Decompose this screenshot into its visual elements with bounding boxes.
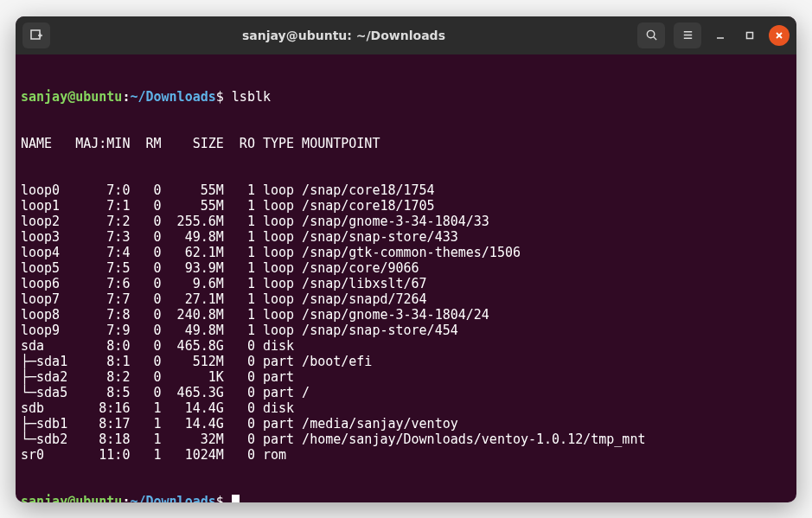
table-row: └─sda5 8:5 0 465.3G 0 part /: [21, 385, 791, 400]
prompt-sigil: $: [216, 89, 224, 105]
prompt-line-1: sanjay@ubuntu:~/Downloads$ lsblk: [21, 89, 791, 105]
svg-rect-0: [31, 30, 40, 39]
lsblk-header: NAME MAJ:MIN RM SIZE RO TYPE MOUNTPOINT: [21, 136, 791, 151]
table-row: sr0 11:0 1 1024M 0 rom: [21, 447, 791, 463]
table-row: loop1 7:1 0 55M 1 loop /snap/core18/1705: [21, 198, 791, 214]
terminal-window: sanjay@ubuntu: ~/Downloads sanjay@ubuntu…: [16, 16, 796, 502]
prompt-userhost: sanjay@ubuntu: [21, 89, 122, 105]
table-row: loop6 7:6 0 9.6M 1 loop /snap/libxslt/67: [21, 276, 791, 291]
search-icon: [645, 29, 658, 42]
hamburger-icon: [681, 29, 694, 42]
lsblk-rows: loop0 7:0 0 55M 1 loop /snap/core18/1754…: [21, 182, 791, 463]
table-row: loop2 7:2 0 255.6M 1 loop /snap/gnome-3-…: [21, 214, 791, 229]
close-icon: [774, 30, 784, 41]
prompt-userhost: sanjay@ubuntu: [21, 494, 122, 502]
prompt-path: ~/Downloads: [130, 494, 215, 502]
table-row: loop3 7:3 0 49.8M 1 loop /snap/snap-stor…: [21, 229, 791, 245]
table-row: ├─sdb1 8:17 1 14.4G 0 part /media/sanjay…: [21, 416, 791, 432]
minimize-icon: [715, 30, 726, 41]
svg-point-3: [647, 30, 654, 37]
terminal-body[interactable]: sanjay@ubuntu:~/Downloads$ lsblk NAME MA…: [16, 54, 796, 502]
table-row: └─sdb2 8:18 1 32M 0 part /home/sanjay/Do…: [21, 432, 791, 447]
new-tab-button[interactable]: [22, 22, 50, 48]
table-row: loop4 7:4 0 62.1M 1 loop /snap/gtk-commo…: [21, 245, 791, 260]
svg-line-4: [653, 37, 655, 40]
titlebar: sanjay@ubuntu: ~/Downloads: [16, 16, 796, 54]
command-text: lsblk: [232, 89, 271, 105]
prompt-line-2: sanjay@ubuntu:~/Downloads$: [21, 494, 791, 502]
new-tab-icon: [29, 29, 43, 42]
prompt-sigil: $: [216, 494, 224, 502]
cursor: [232, 495, 240, 502]
prompt-path: ~/Downloads: [130, 89, 215, 105]
table-row: loop7 7:7 0 27.1M 1 loop /snap/snapd/726…: [21, 291, 791, 307]
maximize-button[interactable]: [739, 25, 760, 46]
table-row: loop0 7:0 0 55M 1 loop /snap/core18/1754: [21, 182, 791, 198]
minimize-button[interactable]: [710, 25, 731, 46]
table-row: sdb 8:16 1 14.4G 0 disk: [21, 400, 791, 416]
maximize-icon: [745, 30, 755, 41]
table-row: sda 8:0 0 465.8G 0 disk: [21, 338, 791, 354]
table-row: loop9 7:9 0 49.8M 1 loop /snap/snap-stor…: [21, 323, 791, 338]
table-row: loop8 7:8 0 240.8M 1 loop /snap/gnome-3-…: [21, 307, 791, 323]
table-row: loop5 7:5 0 93.9M 1 loop /snap/core/9066: [21, 260, 791, 276]
menu-button[interactable]: [674, 22, 701, 48]
table-row: ├─sda1 8:1 0 512M 0 part /boot/efi: [21, 354, 791, 369]
table-row: ├─sda2 8:2 0 1K 0 part: [21, 369, 791, 385]
close-button[interactable]: [769, 25, 790, 46]
search-button[interactable]: [637, 22, 665, 48]
window-title: sanjay@ubuntu: ~/Downloads: [55, 29, 632, 42]
svg-rect-9: [747, 32, 753, 38]
